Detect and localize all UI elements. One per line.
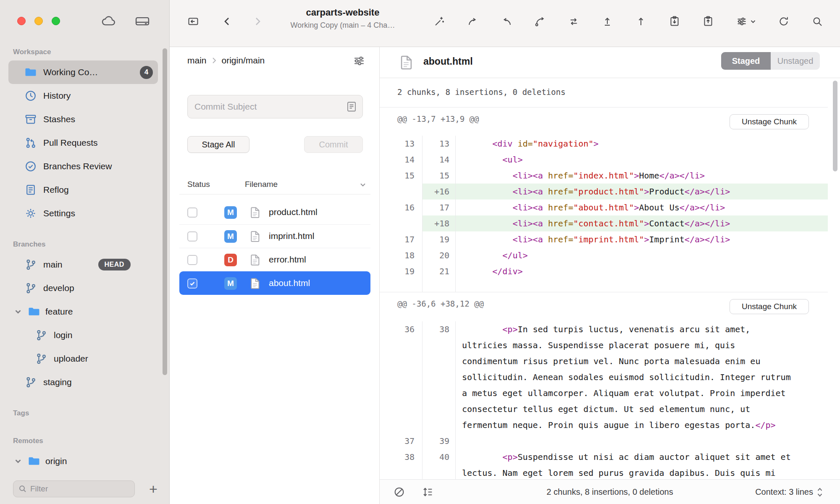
checkout-icon[interactable] (467, 16, 479, 27)
commit-subject-field (187, 95, 363, 118)
diff-line: 1313 <div id="navigation"> (380, 136, 828, 152)
sidebar-item-label: Stashes (43, 114, 75, 124)
sidebar-item-label: Reflog (43, 185, 69, 195)
breadcrumb-branch[interactable]: main (187, 55, 207, 66)
chevron-down-icon (750, 18, 756, 24)
stage-all-button[interactable]: Stage All (187, 136, 249, 153)
head-badge: HEAD (98, 259, 131, 270)
file-row-product[interactable]: M product.html (179, 201, 370, 224)
sidebar-branch-uploader[interactable]: uploader (8, 347, 158, 370)
chunk-range: @@ -13,7 +13,9 @@ (397, 114, 479, 123)
zoom-button[interactable] (52, 17, 60, 25)
forward-icon[interactable] (252, 16, 263, 27)
tab-staged[interactable]: Staged (721, 52, 771, 70)
rebase-icon[interactable] (568, 16, 580, 27)
diff-line: 1820 </ul> (380, 247, 828, 263)
file-icon (398, 55, 414, 71)
commit-subject-input[interactable] (188, 95, 362, 118)
tab-unstaged[interactable]: Unstaged (771, 52, 820, 70)
create-branch-icon[interactable] (534, 16, 546, 27)
merge-icon[interactable] (501, 16, 512, 27)
sidebar-item-working-copy[interactable]: Working Co… 4 (8, 60, 158, 84)
divider (179, 194, 370, 194)
cloud-icon[interactable] (101, 14, 117, 29)
stepper-icon[interactable] (816, 486, 823, 499)
branch-label: staging (43, 377, 72, 387)
chevron-down-icon[interactable] (13, 307, 23, 316)
pull-icon[interactable] (601, 16, 613, 27)
back-icon[interactable] (221, 16, 233, 27)
sidebar-item-pull-requests[interactable]: Pull Requests (8, 131, 158, 155)
sidebar-item-label: Pull Requests (43, 138, 98, 148)
add-button[interactable]: + (145, 480, 162, 497)
chunk-header-row: @@ -13,7 +13,9 @@ Unstage Chunk (380, 114, 828, 129)
remote-label: origin (45, 456, 67, 466)
close-button[interactable] (17, 17, 26, 25)
file-row-about-selected[interactable]: M about.html (179, 271, 370, 295)
search-icon[interactable] (811, 16, 823, 27)
sidebar-item-stashes[interactable]: Stashes (8, 108, 158, 131)
stage-checkbox[interactable] (187, 255, 197, 265)
sidebar-scrollbar[interactable] (163, 48, 167, 375)
sidebar-item-reflog[interactable]: Reflog (8, 178, 158, 202)
push-icon[interactable] (635, 16, 647, 27)
sidebar: Workspace Working Co… 4 History Stashes … (0, 0, 170, 504)
sidebar-remote-origin[interactable]: origin (8, 449, 158, 473)
adjust-filters-control[interactable] (736, 16, 756, 27)
filter-input[interactable] (30, 484, 129, 494)
diff-file-title: about.html (423, 56, 473, 67)
pull-request-icon (24, 136, 37, 149)
chunk-range: @@ -36,6 +38,12 @@ (397, 299, 484, 308)
open-repo-icon[interactable] (187, 16, 199, 27)
column-filename[interactable]: Filename (245, 180, 278, 189)
search-icon (18, 485, 27, 493)
sidebar-item-label: Working Co… (43, 67, 98, 77)
diff-scrollbar[interactable] (833, 81, 837, 171)
unstage-chunk-button[interactable]: Unstage Chunk (730, 114, 809, 129)
column-status[interactable]: Status (187, 180, 210, 189)
sidebar-item-branches-review[interactable]: Branches Review (8, 155, 158, 178)
file-row-error[interactable]: D error.html (179, 248, 370, 271)
breadcrumb-upstream[interactable]: origin/main (222, 55, 265, 66)
diff-line: 3739 (380, 433, 828, 449)
file-icon (249, 230, 261, 243)
branches-section-title: Branches (13, 239, 169, 249)
commit-button[interactable]: Commit (304, 136, 363, 153)
staged-segmented-control: Staged Unstaged (721, 52, 820, 70)
clock-icon (24, 89, 37, 102)
minimize-button[interactable] (34, 17, 43, 25)
refresh-icon[interactable] (778, 16, 790, 27)
breadcrumb: main origin/main (187, 55, 265, 66)
quick-launch-wand-icon[interactable] (433, 16, 445, 27)
apply-stash-icon[interactable] (702, 16, 714, 27)
stage-checkbox-checked[interactable] (187, 278, 197, 289)
branch-icon (35, 352, 47, 365)
file-list-header: Status Filename (187, 176, 370, 194)
unstage-chunk-button[interactable]: Unstage Chunk (730, 299, 809, 314)
note-icon[interactable] (346, 101, 357, 113)
stash-icon[interactable] (669, 16, 680, 27)
drive-icon[interactable] (134, 14, 150, 29)
diff-line: 1719 <li><a href="imprint.html">Imprint<… (380, 231, 828, 247)
chevron-down-icon[interactable] (13, 457, 23, 466)
diff-line: 1921 </div> (380, 263, 828, 279)
sidebar-branch-login[interactable]: login (8, 323, 158, 347)
context-control[interactable]: Context: 3 lines (755, 480, 823, 504)
file-name: error.html (269, 255, 306, 265)
diff-line: 1414 <ul> (380, 152, 828, 168)
folder-icon (28, 305, 40, 318)
sidebar-branch-main[interactable]: main HEAD (8, 253, 158, 276)
sidebar-branch-staging[interactable]: staging (8, 370, 158, 394)
view-options-icon[interactable] (352, 54, 366, 68)
stage-checkbox[interactable] (187, 231, 197, 242)
sort-chevron-icon[interactable] (359, 181, 367, 189)
sidebar-item-history[interactable]: History (8, 84, 158, 108)
file-row-imprint[interactable]: M imprint.html (179, 224, 370, 248)
sidebar-branch-develop[interactable]: develop (8, 276, 158, 300)
gear-icon (24, 207, 37, 220)
stage-checkbox[interactable] (187, 207, 197, 218)
file-icon (249, 206, 261, 219)
sidebar-branch-group-feature[interactable]: feature (8, 300, 158, 323)
filter-field[interactable] (13, 480, 135, 497)
sidebar-item-settings[interactable]: Settings (8, 202, 158, 225)
